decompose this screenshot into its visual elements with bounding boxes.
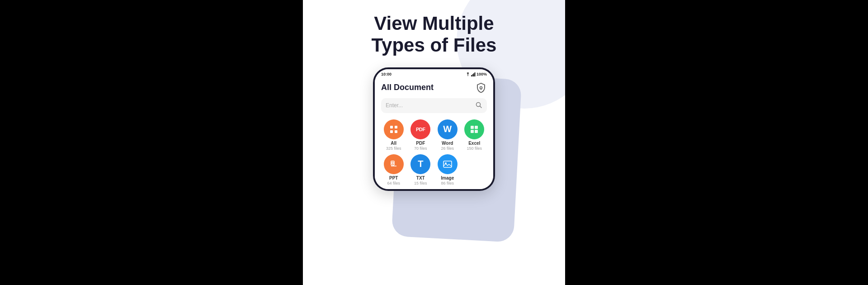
svg-rect-15 bbox=[471, 130, 474, 133]
status-icons: 100% bbox=[466, 72, 487, 76]
pdf-icon: PDF bbox=[410, 119, 430, 139]
file-item-word[interactable]: W Word 26 files bbox=[435, 119, 460, 151]
ppt-icon bbox=[384, 154, 404, 174]
wifi-icon bbox=[466, 72, 470, 76]
excel-label: Excel bbox=[468, 141, 480, 146]
file-item-all[interactable]: All 325 files bbox=[381, 119, 406, 151]
svg-rect-21 bbox=[443, 161, 452, 167]
file-item-pdf[interactable]: PDF PDF 70 files bbox=[408, 119, 434, 151]
image-icon bbox=[438, 154, 458, 174]
txt-label: TXT bbox=[416, 176, 425, 180]
pdf-count: 70 files bbox=[414, 146, 427, 151]
svg-rect-9 bbox=[390, 126, 393, 128]
txt-count: 15 files bbox=[414, 181, 427, 185]
svg-rect-16 bbox=[475, 130, 478, 133]
svg-rect-3 bbox=[473, 73, 474, 76]
word-label: Word bbox=[442, 141, 453, 146]
phone-wrapper: 10:00 100% bbox=[373, 67, 495, 191]
svg-rect-14 bbox=[475, 126, 478, 129]
txt-icon: T bbox=[410, 154, 430, 174]
header-text: View Multiple Types of Files bbox=[303, 0, 565, 57]
file-grid-row2: PPT 64 files T TXT 15 files bbox=[381, 154, 487, 185]
svg-rect-2 bbox=[472, 74, 473, 76]
battery-text: 100% bbox=[476, 72, 487, 76]
pdf-label: PDF bbox=[416, 141, 425, 146]
svg-rect-12 bbox=[395, 130, 397, 133]
svg-point-0 bbox=[467, 75, 468, 76]
image-count: 86 files bbox=[441, 181, 454, 185]
file-item-image[interactable]: Image 86 files bbox=[435, 154, 460, 185]
app-title: All Document bbox=[381, 83, 434, 92]
file-item-ppt[interactable]: PPT 64 files bbox=[381, 154, 406, 185]
file-item-excel[interactable]: Excel 150 files bbox=[462, 119, 487, 151]
all-label: All bbox=[391, 141, 396, 146]
ppt-label: PPT bbox=[389, 176, 398, 180]
ppt-count: 64 files bbox=[387, 181, 400, 185]
status-bar: 10:00 100% bbox=[375, 69, 493, 77]
svg-rect-13 bbox=[471, 126, 474, 129]
svg-point-5 bbox=[480, 86, 482, 89]
image-label: Image bbox=[441, 176, 454, 180]
all-count: 325 files bbox=[386, 146, 401, 151]
title-line2: Types of Files bbox=[321, 34, 547, 56]
svg-point-18 bbox=[392, 162, 393, 164]
search-icon[interactable] bbox=[475, 101, 482, 110]
phone-mockup: 10:00 100% bbox=[373, 67, 495, 191]
svg-rect-10 bbox=[395, 126, 397, 128]
app-header: All Document bbox=[381, 82, 487, 94]
file-item-empty bbox=[462, 154, 487, 185]
excel-count: 150 files bbox=[467, 146, 482, 151]
excel-icon bbox=[464, 119, 484, 139]
svg-rect-1 bbox=[471, 75, 472, 76]
signal-icon bbox=[471, 72, 476, 76]
file-grid-row1: All 325 files PDF PDF 70 files bbox=[381, 119, 487, 151]
word-count: 26 files bbox=[441, 146, 454, 151]
all-icon bbox=[384, 119, 404, 139]
word-icon: W bbox=[438, 119, 458, 139]
file-item-txt[interactable]: T TXT 15 files bbox=[408, 154, 434, 185]
title-line1: View Multiple bbox=[321, 13, 547, 34]
phone-content: All Document Enter... bbox=[375, 77, 493, 189]
search-bar[interactable]: Enter... bbox=[381, 98, 487, 113]
svg-rect-11 bbox=[390, 130, 393, 133]
center-panel: View Multiple Types of Files 10:00 bbox=[303, 0, 565, 285]
status-time: 10:00 bbox=[381, 72, 392, 76]
search-placeholder: Enter... bbox=[386, 102, 475, 109]
shield-icon[interactable] bbox=[475, 82, 487, 94]
svg-rect-4 bbox=[474, 72, 475, 76]
left-panel bbox=[0, 0, 303, 285]
right-panel bbox=[565, 0, 868, 285]
svg-line-8 bbox=[480, 106, 482, 108]
